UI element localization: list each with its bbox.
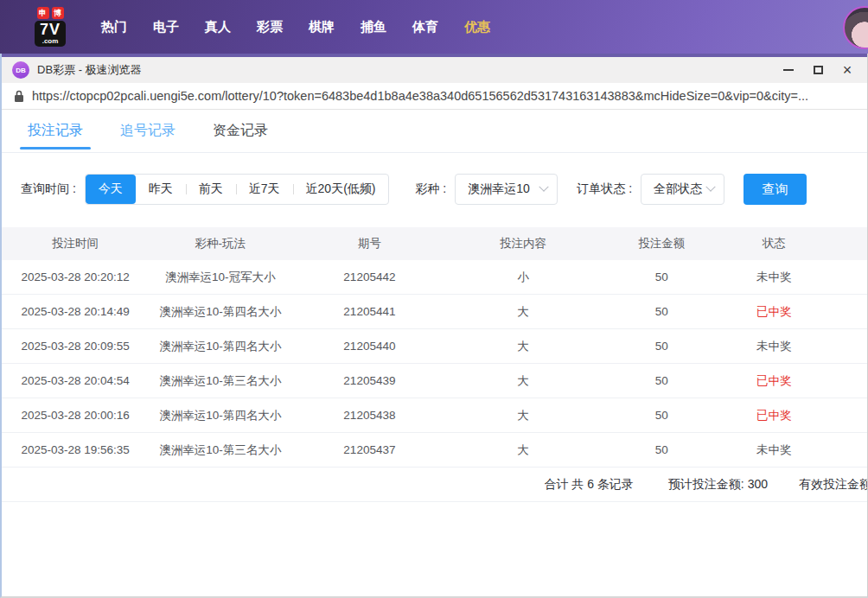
table-cell: 澳洲幸运10-第四名大小 bbox=[149, 408, 291, 423]
summary-valid-amount: 有效投注金额 bbox=[799, 477, 867, 493]
table-cell: 50 bbox=[599, 443, 724, 456]
time-option-0[interactable]: 今天 bbox=[86, 175, 136, 204]
table-body: 2025-03-28 20:20:12澳洲幸运10-冠军大小21205442小5… bbox=[2, 260, 867, 468]
close-button[interactable]: × bbox=[833, 57, 862, 83]
column-header-0: 投注时间 bbox=[2, 236, 149, 251]
logo-text: 7V bbox=[40, 22, 61, 37]
table-cell: 21205439 bbox=[291, 374, 447, 387]
table-cell: 澳洲幸运10-冠军大小 bbox=[149, 270, 291, 285]
lottery-filter-label: 彩种 : bbox=[415, 181, 446, 197]
promo-topbar: 申 博 7V .com 热门电子真人彩票棋牌捕鱼体育优惠 bbox=[0, 0, 868, 54]
time-filter-label: 查询时间 : bbox=[21, 181, 76, 197]
logo-badge-1: 申 bbox=[37, 7, 49, 19]
table-cell: 21205442 bbox=[291, 270, 447, 283]
window-title: DB彩票 - 极速浏览器 bbox=[37, 62, 142, 78]
user-avatar[interactable] bbox=[843, 6, 868, 49]
table-cell: 50 bbox=[599, 270, 724, 283]
table-cell: 2025-03-28 19:56:35 bbox=[2, 443, 149, 456]
minimize-button[interactable] bbox=[774, 57, 803, 83]
url-text[interactable]: https://ctopcp02pcali.uengi5e.com/lotter… bbox=[32, 89, 808, 103]
lottery-select[interactable]: 澳洲幸运10 bbox=[455, 174, 558, 205]
status-cell: 已中奖 bbox=[724, 408, 824, 423]
table-row: 2025-03-28 20:14:49澳洲幸运10-第四名大小21205441大… bbox=[2, 295, 867, 329]
table-row: 2025-03-28 20:20:12澳洲幸运10-冠军大小21205442小5… bbox=[2, 260, 867, 295]
browser-window: DB DB彩票 - 极速浏览器 × https://ctopcp02pcali.… bbox=[0, 54, 868, 598]
window-controls: × bbox=[774, 57, 862, 83]
status-cell: 未中奖 bbox=[724, 339, 824, 354]
order-status-value: 全部状态 bbox=[654, 181, 702, 197]
table-cell: 大 bbox=[447, 442, 598, 458]
status-cell: 已中奖 bbox=[724, 304, 824, 320]
minimize-icon bbox=[783, 69, 794, 71]
browser-favicon-icon: DB bbox=[12, 61, 29, 79]
window-titlebar: DB DB彩票 - 极速浏览器 × bbox=[2, 54, 867, 83]
table-cell: 2025-03-28 20:20:12 bbox=[2, 270, 149, 283]
status-cell: 已中奖 bbox=[724, 373, 824, 389]
time-option-1[interactable]: 昨天 bbox=[136, 175, 186, 204]
table-cell: 澳洲幸运10-第四名大小 bbox=[149, 304, 291, 320]
lock-icon[interactable] bbox=[14, 90, 24, 103]
table-cell: 50 bbox=[599, 305, 724, 318]
nav-item-0[interactable]: 热门 bbox=[88, 19, 140, 35]
close-icon: × bbox=[843, 62, 852, 78]
nav-item-2[interactable]: 真人 bbox=[192, 19, 244, 35]
logo-badges: 申 博 bbox=[37, 7, 64, 19]
maximize-button[interactable] bbox=[803, 57, 833, 83]
time-option-4[interactable]: 近20天(低频) bbox=[293, 175, 389, 204]
search-button[interactable]: 查询 bbox=[744, 174, 807, 205]
chevron-down-icon bbox=[539, 182, 549, 192]
table-header: 投注时间彩种-玩法期号投注内容投注金额状态 bbox=[2, 227, 867, 260]
lottery-select-value: 澳洲幸运10 bbox=[468, 181, 530, 197]
summary-total-count: 合计 共 6 条记录 bbox=[544, 477, 633, 493]
record-tabs: 投注记录 追号记录 资金记录 bbox=[2, 110, 867, 153]
table-cell: 小 bbox=[447, 270, 598, 285]
summary-expected-amount: 预计投注金额: 300 bbox=[668, 477, 768, 493]
tab-bet-records[interactable]: 投注记录 bbox=[28, 110, 83, 152]
column-header-1: 彩种-玩法 bbox=[149, 236, 291, 251]
table-row: 2025-03-28 20:09:55澳洲幸运10-第四名大小21205440大… bbox=[2, 329, 867, 364]
logo-box: 7V .com bbox=[35, 21, 66, 47]
table-cell: 2025-03-28 20:09:55 bbox=[2, 340, 149, 353]
nav-item-1[interactable]: 电子 bbox=[140, 19, 192, 35]
column-header-5: 状态 bbox=[724, 236, 824, 251]
column-header-3: 投注内容 bbox=[447, 236, 598, 251]
nav-item-6[interactable]: 体育 bbox=[399, 19, 451, 35]
table-cell: 21205437 bbox=[291, 443, 447, 456]
table-cell: 50 bbox=[599, 374, 724, 387]
status-cell: 未中奖 bbox=[724, 270, 824, 285]
order-status-label: 订单状态 : bbox=[577, 181, 632, 197]
table-row: 2025-03-28 19:56:35澳洲幸运10-第三名大小21205437大… bbox=[2, 433, 867, 468]
site-logo[interactable]: 申 博 7V .com bbox=[35, 7, 66, 47]
table-cell: 大 bbox=[447, 373, 598, 389]
table-cell: 大 bbox=[447, 408, 598, 423]
address-bar[interactable]: https://ctopcp02pcali.uengi5e.com/lotter… bbox=[2, 83, 867, 110]
time-option-3[interactable]: 近7天 bbox=[236, 175, 293, 204]
table-row: 2025-03-28 20:00:16澳洲幸运10-第四名大小21205438大… bbox=[2, 398, 867, 433]
table-cell: 澳洲幸运10-第三名大小 bbox=[149, 373, 291, 389]
time-option-2[interactable]: 前天 bbox=[186, 175, 236, 204]
tab-fund-records[interactable]: 资金记录 bbox=[213, 110, 268, 152]
table-cell: 澳洲幸运10-第四名大小 bbox=[149, 339, 291, 354]
nav-item-3[interactable]: 彩票 bbox=[244, 19, 296, 35]
table-cell: 2025-03-28 20:14:49 bbox=[2, 305, 149, 318]
status-cell: 未中奖 bbox=[724, 442, 824, 458]
logo-suffix: .com bbox=[40, 38, 61, 45]
order-status-select[interactable]: 全部状态 bbox=[641, 174, 724, 205]
table-cell: 大 bbox=[447, 304, 598, 320]
nav-item-4[interactable]: 棋牌 bbox=[296, 19, 348, 35]
table-summary: 合计 共 6 条记录 预计投注金额: 300 有效投注金额 bbox=[2, 468, 867, 502]
top-nav: 热门电子真人彩票棋牌捕鱼体育优惠 bbox=[88, 19, 503, 35]
column-header-4: 投注金额 bbox=[599, 236, 724, 251]
table-cell: 澳洲幸运10-第三名大小 bbox=[149, 442, 291, 458]
time-range-group: 今天昨天前天近7天近20天(低频) bbox=[85, 174, 390, 205]
tab-chase-records[interactable]: 追号记录 bbox=[120, 110, 176, 152]
table-row: 2025-03-28 20:04:54澳洲幸运10-第三名大小21205439大… bbox=[2, 364, 867, 398]
nav-item-7[interactable]: 优惠 bbox=[451, 19, 503, 35]
page-content: 投注记录 追号记录 资金记录 查询时间 : 今天昨天前天近7天近20天(低频) … bbox=[2, 110, 867, 596]
chevron-down-icon bbox=[705, 182, 715, 192]
column-header-2: 期号 bbox=[291, 236, 447, 251]
nav-item-5[interactable]: 捕鱼 bbox=[348, 19, 399, 35]
table-cell: 50 bbox=[599, 340, 724, 353]
table-cell: 大 bbox=[447, 339, 598, 354]
maximize-icon bbox=[814, 66, 823, 74]
